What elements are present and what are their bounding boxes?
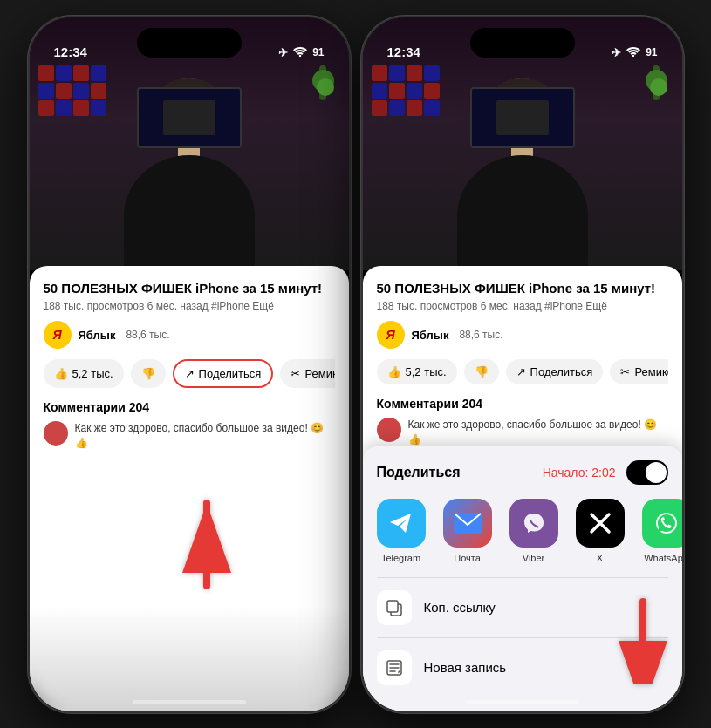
remix-icon-2: ✂ [620,365,630,378]
wifi-icon [293,46,307,59]
mail-label: Почта [454,553,481,563]
share-header: Поделиться Начало: 2:02 [377,460,668,485]
like-button-1[interactable]: 👍 5,2 тыс. [44,359,124,388]
comments-section-2: Комментарии 204 Как же это здорово, спас… [377,397,668,447]
channel-subs-2: 88,6 тыс. [459,329,502,341]
share-icon-1: ↗ [185,367,195,380]
action-buttons-1: 👍 5,2 тыс. 👎 ↗ Поделиться ✂ Ремикс 🔔 Сл.… [44,359,335,388]
red-arrow-down [612,597,673,688]
share-app-whatsapp[interactable]: WhatsApp [642,499,682,563]
remix-button-1[interactable]: ✂ Ремикс [280,359,334,388]
airplane-icon-2: ✈ [612,46,621,59]
remix-label-1: Ремикс [304,367,334,380]
action-buttons-2: 👍 5,2 тыс. 👎 ↗ Поделиться ✂ Ремикс 🔔 Сл [377,359,668,384]
blur-overlay-1 [30,607,349,711]
x-label: X [597,553,603,563]
wifi-icon-2 [626,46,640,59]
battery-icon-2: 91 [646,46,657,58]
comment-item-2: Как же это здорово, спасибо большое за в… [377,418,668,447]
channel-row-1: Я Яблык 88,6 тыс. [44,321,335,349]
comments-section-1: Комментарии 204 Как же это здорово, спас… [44,400,335,451]
comment-item-1: Как же это здорово, спасибо большое за в… [44,421,335,451]
remix-label-2: Ремикс [634,365,667,378]
video-meta-2: 188 тыс. просмотров 6 мес. назад #iPhone… [377,300,668,312]
dislike-button-2[interactable]: 👎 [464,359,499,384]
whatsapp-icon [642,499,682,548]
status-icons-1: ✈ 91 [278,46,324,59]
x-icon [576,499,625,548]
thumb-down-icon-2: 👎 [475,365,489,378]
comment-avatar-1 [44,421,68,446]
content-area-2: 50 ПОЛЕЗНЫХ ФИШЕК iPhone за 15 минут! 18… [363,266,682,711]
share-app-mail[interactable]: Почта [443,499,492,563]
viber-icon [509,499,558,548]
share-time: Начало: 2:02 [543,466,616,480]
telegram-label: Telegram [381,553,420,563]
thumb-up-icon-2: 👍 [387,365,401,378]
like-button-2[interactable]: 👍 5,2 тыс. [377,359,457,384]
status-icons-2: ✈ 91 [612,46,657,59]
telegram-icon [377,499,426,548]
channel-name-2: Яблык [412,329,449,342]
new-note-label: Новая запись [424,660,507,675]
copy-link-label: Коп. ссылку [424,600,496,615]
share-app-x[interactable]: X [576,499,625,563]
content-area-1: 50 ПОЛЕЗНЫХ ФИШЕК iPhone за 15 минут! 18… [30,266,349,711]
comment-avatar-2 [377,418,401,442]
note-icon [377,650,412,685]
svg-point-2 [632,54,634,56]
copy-icon [377,590,412,625]
home-indicator-1 [133,700,246,704]
svg-point-0 [299,54,301,56]
phones-container: 12:34 ✈ 91 [28,16,684,713]
channel-row-2: Я Яблык 88,6 тыс. [377,321,668,349]
remix-button-2[interactable]: ✂ Ремикс [610,359,667,384]
dislike-button-1[interactable]: 👎 [131,359,166,388]
channel-icon-1: Я [44,321,72,349]
dynamic-island-2 [470,28,575,58]
thumb-down-icon: 👎 [141,367,155,380]
mail-icon [443,499,492,548]
share-button-1[interactable]: ↗ Поделиться [173,359,274,388]
share-button-2[interactable]: ↗ Поделиться [506,359,604,384]
airplane-icon: ✈ [278,46,288,59]
channel-name-1: Яблык [79,329,116,342]
share-icon-2: ↗ [516,365,526,378]
time-display-1: 12:34 [54,44,87,59]
svg-rect-6 [387,601,398,612]
share-app-telegram[interactable]: Telegram [377,499,426,563]
video-meta-1: 188 тыс. просмотров 6 мес. назад #iPhone… [44,300,335,312]
toggle-knob [646,462,667,483]
video-title-1: 50 ПОЛЕЗНЫХ ФИШЕК iPhone за 15 минут! [44,280,335,297]
video-title-2: 50 ПОЛЕЗНЫХ ФИШЕК iPhone за 15 минут! [377,280,668,297]
whatsapp-label: WhatsApp [644,553,681,563]
comments-header-1: Комментарии 204 [44,400,335,414]
share-label-2: Поделиться [530,365,593,378]
phone-1: 12:34 ✈ 91 [28,16,351,713]
share-title: Поделиться [377,465,461,480]
dynamic-island-1 [137,28,242,58]
battery-icon-1: 91 [312,46,324,58]
comment-text-1: Как же это здорово, спасибо большое за в… [75,421,335,451]
remix-icon: ✂ [291,367,300,380]
channel-icon-2: Я [377,321,405,349]
share-app-viber[interactable]: Viber [509,499,558,563]
like-count-1: 5,2 тыс. [72,367,113,380]
share-toggle[interactable] [626,460,668,485]
home-indicator-2 [466,700,579,704]
viber-label: Viber [523,553,544,563]
time-display-2: 12:34 [387,44,420,59]
thumb-up-icon: 👍 [54,367,68,380]
like-count-2: 5,2 тыс. [406,365,447,378]
channel-subs-1: 88,6 тыс. [126,329,169,341]
phone-2: 12:34 ✈ 91 [361,16,684,713]
comments-header-2: Комментарии 204 [377,397,668,411]
share-apps-row: Telegram Почта [377,499,668,563]
share-label-1: Поделиться [199,367,262,380]
comment-text-2: Как же это здорово, спасибо большое за в… [408,418,668,447]
